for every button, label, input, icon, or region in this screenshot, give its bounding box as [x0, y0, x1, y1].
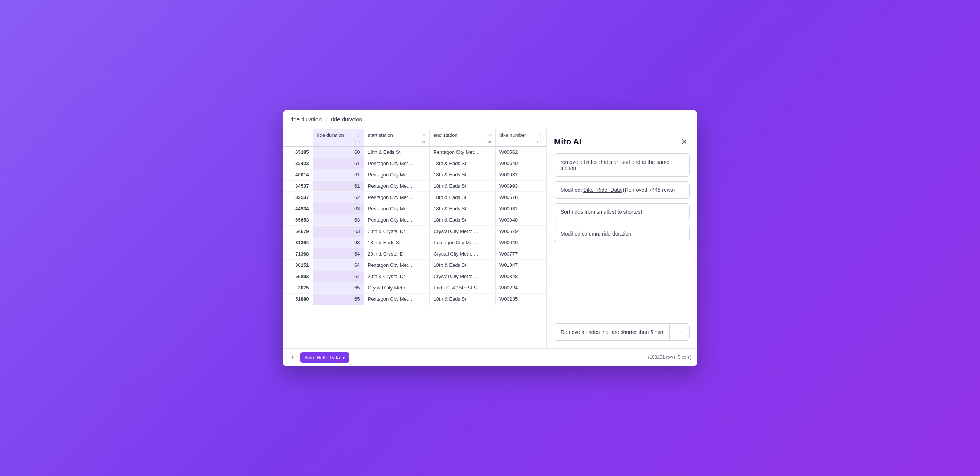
cell-ride-duration: 64 [313, 248, 364, 259]
cell-start-station: Pentagon City Met... [364, 158, 430, 169]
cell-start-station: 18th & Eads St. [364, 146, 430, 158]
th-ride-duration[interactable]: ride duration ▽ int [313, 129, 364, 146]
ai-message-2-pre: Modified: [560, 187, 584, 193]
th-bike-number-type: str [496, 139, 546, 146]
bike-ride-data-link[interactable]: Bike_Ride_Data [584, 187, 622, 193]
table-row: 546796320th & Crystal DrCrystal City Met… [283, 225, 546, 237]
cell-ride-duration: 65 [313, 293, 364, 304]
th-bike-number-label: bike number [500, 132, 527, 138]
main-window: ride duration | ride duration ride durat… [283, 110, 697, 366]
cell-start-station: Pentagon City Met... [364, 214, 430, 225]
ai-title: Mito AI [554, 137, 582, 146]
ai-input-field[interactable] [554, 324, 670, 340]
cell-ride-duration: 60 [313, 146, 364, 158]
table-row: 307565Crystal City Metro ...Eads St & 15… [283, 282, 546, 293]
cell-bike-number: W00848 [495, 214, 546, 225]
cell-index: 34537 [283, 180, 313, 191]
bottom-left: + Bike_Ride_Data ▾ [289, 352, 349, 363]
th-start-station-type: str [364, 139, 430, 146]
title-bar: ride duration | ride duration [283, 110, 697, 129]
cell-start-station: Pentagon City Met... [364, 191, 430, 203]
cell-index: 51880 [283, 293, 313, 304]
cell-end-station: Eads St & 15th St S [430, 282, 496, 293]
cell-index: 82537 [283, 191, 313, 203]
cell-end-station: 18th & Eads St. [430, 203, 496, 214]
sheet-tab[interactable]: Bike_Ride_Data ▾ [300, 352, 349, 363]
th-end-station[interactable]: end station ▽ str [430, 129, 496, 146]
bottom-bar: + Bike_Ride_Data ▾ (108151 rows, 5 cols) [283, 348, 697, 366]
th-start-station-label: start station [368, 132, 393, 138]
cell-bike-number: W00993 [495, 180, 546, 191]
sheet-dropdown-icon[interactable]: ▾ [342, 355, 345, 360]
table-row: 713686420th & Crystal DrCrystal City Met… [283, 248, 546, 259]
cell-bike-number: W00678 [495, 191, 546, 203]
cell-ride-duration: 62 [313, 191, 364, 203]
cell-end-station: 18th & Eads St. [430, 214, 496, 225]
th-end-station-label: end station [433, 132, 458, 138]
filter-bike-number-icon[interactable]: ▽ [539, 133, 542, 138]
table-row: 3453761Pentagon City Met...18th & Eads S… [283, 180, 546, 191]
cell-ride-duration: 61 [313, 158, 364, 169]
cell-index: 3075 [283, 282, 313, 293]
table-area[interactable]: ride duration ▽ int start station ▽ [283, 129, 547, 348]
table-row: 8615164Pentagon City Met...18th & Eads S… [283, 259, 546, 271]
ai-message-4: Modified column: ride duration [554, 225, 690, 242]
filter-ride-duration-icon[interactable]: ▽ [357, 133, 360, 138]
ai-message-3-text: Sort rides from smallest to shortest [560, 209, 642, 215]
filter-start-station-icon[interactable]: ▽ [423, 133, 426, 138]
cell-start-station: Pentagon City Met... [364, 259, 430, 271]
content-area: ride duration ▽ int start station ▽ [283, 129, 697, 348]
row-count: (108151 rows, 5 cols) [648, 355, 691, 360]
cell-end-station: 18th & Eads St. [430, 259, 496, 271]
th-bike-number[interactable]: bike number ▽ str [495, 129, 546, 146]
table-row: 312946318th & Eads St.Pentagon City Met.… [283, 237, 546, 248]
close-button[interactable]: ✕ [679, 137, 690, 146]
table-row: 5188065Pentagon City Met...18th & Eads S… [283, 293, 546, 304]
cell-bike-number: W00031 [495, 169, 546, 180]
cell-index: 40014 [283, 169, 313, 180]
cell-end-station: 18th & Eads St. [430, 191, 496, 203]
data-table: ride duration ▽ int start station ▽ [283, 129, 546, 305]
cell-start-station: 18th & Eads St. [364, 237, 430, 248]
ai-send-button[interactable]: → [670, 324, 689, 340]
cell-ride-duration: 63 [313, 225, 364, 237]
cell-bike-number: W00640 [495, 158, 546, 169]
cell-start-station: Pentagon City Met... [364, 293, 430, 304]
cell-end-station: Pentagon City Met... [430, 146, 496, 158]
cell-bike-number: W00562 [495, 146, 546, 158]
cell-end-station: 18th & Eads St. [430, 169, 496, 180]
cell-bike-number: W00579 [495, 225, 546, 237]
table-row: 8253762Pentagon City Met...18th & Eads S… [283, 191, 546, 203]
cell-index: 65185 [283, 146, 313, 158]
cell-ride-duration: 63 [313, 214, 364, 225]
ai-message-2-post: (Removed 7446 rows) [622, 187, 675, 193]
cell-start-station: Pentagon City Met... [364, 169, 430, 180]
title-right: ride duration [331, 116, 362, 123]
th-start-station[interactable]: start station ▽ str [364, 129, 430, 146]
filter-end-station-icon[interactable]: ▽ [488, 133, 492, 138]
cell-index: 44934 [283, 203, 313, 214]
cell-index: 65653 [283, 214, 313, 225]
cell-end-station: 18th & Eads St. [430, 158, 496, 169]
cell-end-station: 18th & Eads St. [430, 180, 496, 191]
th-ride-duration-label: ride duration [317, 132, 344, 138]
add-sheet-button[interactable]: + [289, 353, 296, 362]
cell-end-station: Crystal City Metro ... [430, 248, 496, 259]
cell-ride-duration: 61 [313, 169, 364, 180]
cell-bike-number: W00031 [495, 203, 546, 214]
cell-index: 86151 [283, 259, 313, 271]
table-row: 4001461Pentagon City Met...18th & Eads S… [283, 169, 546, 180]
cell-ride-duration: 63 [313, 203, 364, 214]
cell-ride-duration: 64 [313, 259, 364, 271]
cell-start-station: 20th & Crystal Dr [364, 271, 430, 282]
cell-bike-number: W00777 [495, 248, 546, 259]
ai-message-1-text: remove all rides that start and end at t… [560, 159, 670, 171]
ai-input-row[interactable]: → [554, 323, 690, 341]
ai-panel: Mito AI ✕ remove all rides that start an… [547, 129, 697, 348]
table-row: 568936420th & Crystal DrCrystal City Met… [283, 271, 546, 282]
title-divider: | [325, 116, 327, 123]
table-row: 651856018th & Eads St.Pentagon City Met.… [283, 146, 546, 158]
ai-panel-header: Mito AI ✕ [554, 137, 690, 146]
cell-index: 32423 [283, 158, 313, 169]
cell-ride-duration: 65 [313, 282, 364, 293]
